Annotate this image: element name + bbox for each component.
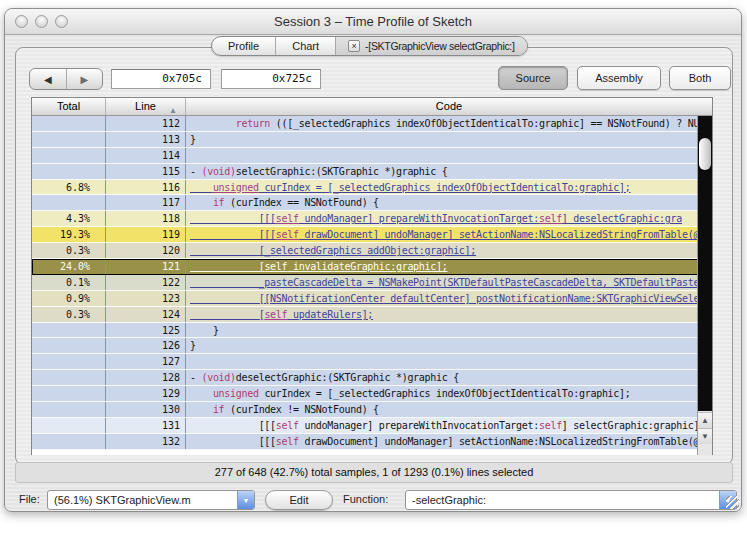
line-number-cell: 116 [106,180,186,195]
title-bar[interactable]: Session 3 – Time Profile of Sketch [5,9,741,35]
table-row[interactable]: 126} [32,338,699,354]
column-header-code[interactable]: Code [186,98,712,115]
total-percent-cell: 0.9% [32,291,106,306]
status-bar: 277 of 648 (42.7%) total samples, 1 of 1… [15,462,733,483]
total-percent-cell: 24.0% [32,259,106,274]
line-number-cell: 126 [106,338,186,353]
scrollbar-arrows: ▲ ▼ [698,412,712,444]
code-cell: [_selectedGraphics addObject:graphic]; [186,243,699,258]
code-cell: [[[self undoManager] prepareWithInvocati… [186,211,699,226]
table-row[interactable]: 130 if (curIndex != NSNotFound) { [32,402,699,418]
close-tab-icon[interactable]: × [348,40,360,52]
line-number-cell: 131 [106,418,186,433]
scroll-up-icon[interactable]: ▲ [698,412,712,428]
code-cell: [[[self undoManager] prepareWithInvocati… [186,418,699,433]
tab-strip: Profile Chart × -[SKTGraphicView selectG… [211,36,528,56]
table-row[interactable]: 128- (void)deselectGraphic:(SKTGraphic *… [32,370,699,386]
code-cell: [[[self drawDocument] undoManager] setAc… [186,434,699,449]
code-cell: [self invalidateGraphic:graphic]; [186,259,699,274]
address-end-field[interactable]: 0x725c [221,69,321,89]
table-row[interactable]: 6.8%116 unsigned curIndex = [_selectedGr… [32,180,699,196]
table-row[interactable]: 127 [32,354,699,370]
vertical-scrollbar[interactable]: ▲ ▼ [697,116,712,455]
scrollbar-track[interactable] [698,116,712,411]
line-number-cell: 113 [106,132,186,147]
code-cell: - (void)deselectGraphic:(SKTGraphic *)gr… [186,370,699,385]
column-header-line[interactable]: Line▲ [106,98,186,115]
total-percent-cell [32,386,106,401]
line-number-cell: 125 [106,323,186,338]
forward-button[interactable]: ▶ [67,69,103,89]
table-row[interactable]: 19.3%119 [[[self drawDocument] undoManag… [32,227,699,243]
total-percent-cell [32,434,106,449]
code-cell: [self updateRulers]; [186,307,699,322]
scrollbar-thumb[interactable] [699,138,711,170]
line-number-cell: 118 [106,211,186,226]
line-number-cell: 122 [106,275,186,290]
total-percent-cell [32,338,106,353]
table-row[interactable]: 115- (void)selectGraphic:(SKTGraphic *)g… [32,164,699,180]
table-row[interactable]: 0.1%122 _pasteCascadeDelta = NSMakePoint… [32,275,699,291]
total-percent-cell: 6.8% [32,180,106,195]
code-cell: } [186,338,699,353]
active-tab-label: -[SKTGraphicView selectGraphic:] [365,37,515,55]
total-percent-cell: 19.3% [32,227,106,242]
resize-grip[interactable] [726,496,739,509]
function-dropdown[interactable]: -selectGraphic: ▼ [405,490,737,510]
tab-profile[interactable]: Profile [212,37,276,55]
code-cell: } [186,132,699,147]
footer-bar: File: (56.1%) SKTGraphicView.m ▼ Edit Fu… [5,489,741,513]
table-row[interactable]: 0.3%124 [self updateRulers]; [32,307,699,323]
line-number-cell: 128 [106,370,186,385]
line-number-cell: 119 [106,227,186,242]
total-percent-cell [32,132,106,147]
code-cell: _pasteCascadeDelta = NSMakePoint(SKTDefa… [186,275,699,290]
table-row[interactable]: 0.9%123 [[NSNotificationCenter defaultCe… [32,291,699,307]
function-label: Function: [343,493,388,505]
line-number-cell: 121 [106,259,186,274]
table-row[interactable]: 114 [32,148,699,164]
line-number-cell: 124 [106,307,186,322]
table-row[interactable]: 129 unsigned curIndex = [_selectedGraphi… [32,386,699,402]
table-row[interactable]: 117 if (curIndex == NSNotFound) { [32,195,699,211]
file-label: File: [19,493,40,505]
table-row[interactable]: 113} [32,132,699,148]
line-number-cell: 112 [106,116,186,131]
scroll-down-icon[interactable]: ▼ [698,428,712,444]
file-dropdown[interactable]: (56.1%) SKTGraphicView.m ▼ [47,490,255,510]
table-row[interactable]: 132 [[[self drawDocument] undoManager] s… [32,434,699,450]
total-percent-cell: 4.3% [32,211,106,226]
total-percent-cell: 0.3% [32,243,106,258]
line-number-cell: 130 [106,402,186,417]
table-row[interactable]: 24.0%121 [self invalidateGraphic:graphic… [32,259,699,275]
table-row[interactable]: 131 [[[self undoManager] prepareWithInvo… [32,418,699,434]
source-view-button[interactable]: Source [498,66,568,90]
address-start-field[interactable]: 0x705c [111,69,211,89]
table-row[interactable]: 0.3%120 [_selectedGraphics addObject:gra… [32,243,699,259]
file-dropdown-value: (56.1%) SKTGraphicView.m [48,494,237,506]
line-number-cell: 114 [106,148,186,163]
line-number-cell: 127 [106,354,186,369]
function-dropdown-value: -selectGraphic: [406,494,719,506]
tab-active-function[interactable]: × -[SKTGraphicView selectGraphic:] [336,37,527,55]
code-cell: - (void)selectGraphic:(SKTGraphic *)grap… [186,164,699,179]
code-cell: [[[self drawDocument] undoManager] setAc… [186,227,699,242]
window-title: Session 3 – Time Profile of Sketch [5,9,741,35]
table-row[interactable]: 125 } [32,323,699,339]
assembly-view-button[interactable]: Assembly [577,66,661,90]
table-row[interactable]: 4.3%118 [[[self undoManager] prepareWith… [32,211,699,227]
line-number-cell: 117 [106,195,186,210]
back-arrow-icon: ◀ [44,74,52,85]
total-percent-cell [32,370,106,385]
code-cell: return (([_selectedGraphics indexOfObjec… [186,116,699,131]
column-header-total[interactable]: Total [32,98,106,115]
table-row[interactable]: 112 return (([_selectedGraphics indexOfO… [32,116,699,132]
edit-button[interactable]: Edit [265,490,333,510]
line-number-cell: 115 [106,164,186,179]
both-view-button[interactable]: Both [669,66,731,90]
code-cell [186,148,699,163]
table-header: Total Line▲ Code [32,98,712,116]
file-dropdown-arrow-icon[interactable]: ▼ [237,491,254,509]
tab-chart[interactable]: Chart [276,37,336,55]
back-button[interactable]: ◀ [30,69,67,89]
